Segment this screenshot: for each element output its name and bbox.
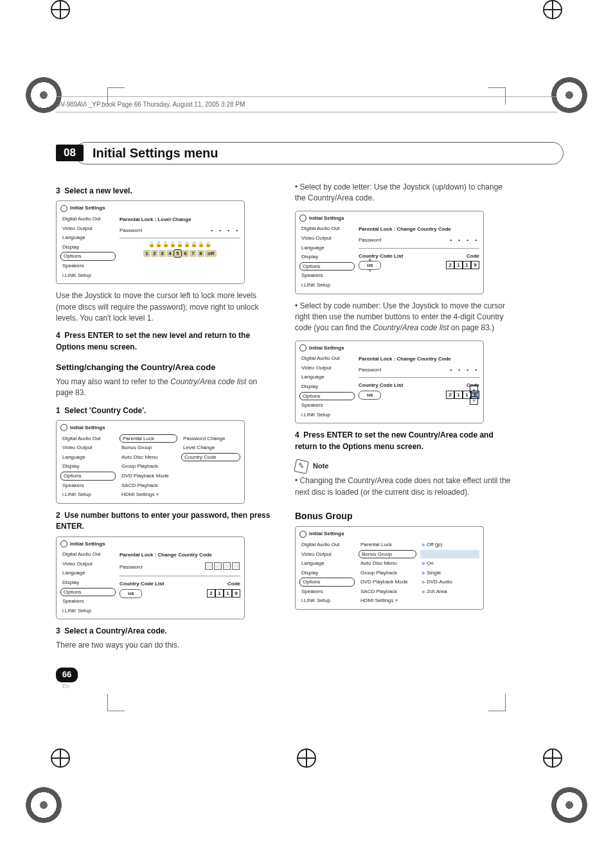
crop-mark [107,694,125,711]
chapter-title: Initial Settings menu [93,146,557,161]
country-code-value: ▲ us ▼ [359,261,381,270]
up-arrow-icon: ▲ [470,385,478,393]
pencil-icon: ✎ [294,459,309,474]
down-arrow-icon: ▼ [368,267,373,275]
note-heading: ✎ Note [295,460,513,473]
step-3: 3 Select a new level. [56,186,274,197]
bullet: • Select by code number: Use the Joystic… [295,301,513,334]
crosshair-icon [51,0,70,19]
step-2: 2 Use number buttons to enter your passw… [56,510,274,533]
disc-icon [299,215,306,222]
page-number: 66 [56,668,78,682]
menu-cc-password: Initial Settings Digital Audio Out Video… [56,536,245,620]
chapter-number: 08 [56,145,84,161]
country-code-value: us [120,589,142,598]
crosshair-icon [543,0,562,19]
page-language: En [62,682,274,691]
crosshair-icon [51,748,70,768]
disc-icon [299,531,306,538]
menu-level-change: Initial Settings Digital Audio Out Video… [56,200,245,284]
left-column: 3 Select a new level. Initial Settings D… [56,179,274,691]
step-4: 4 Press ENTER to set the new level and r… [56,330,274,353]
password-input-boxes [204,562,240,572]
up-arrow-icon: ▲ [368,256,373,263]
paragraph: Use the Joystick to move the cursor left… [56,290,274,324]
crosshair-icon [297,748,316,768]
crop-mark [488,694,506,711]
menu-cc-letter: Initial Settings Digital Audio Out Video… [295,211,484,294]
down-arrow-icon: ▾ [395,598,398,603]
note-text: • Changing the Country/Area code does no… [295,475,513,498]
password-dots: • • • • [211,227,240,235]
menu-cc-number: Initial Settings Digital Audio Out Video… [295,341,484,424]
down-arrow-icon: ▼ [470,396,478,405]
chapter-header: 08 Initial Settings menu [56,145,557,161]
step-3b: 3 Select a Country/Area code. [56,626,274,637]
crosshair-icon [543,748,562,768]
section-heading: Setting/changing the Country/Area code [56,362,274,374]
disc-icon [60,205,67,212]
disc-icon [60,540,67,547]
right-column: • Select by code letter: Use the Joystic… [295,179,513,691]
down-arrow-icon: ▾ [156,492,159,497]
menu-bonus-group: Initial Settings Digital Audio Out Video… [295,526,484,610]
bullet: • Select by code letter: Use the Joystic… [295,182,513,204]
disc-icon [299,344,306,351]
section-heading: Bonus Group [295,509,513,522]
paragraph: You may also want to refer to the Countr… [56,376,274,399]
disc-icon [60,424,67,431]
paragraph: There are two ways you can do this. [56,640,274,651]
step-4: 4 Press ENTER to set the new Country/Are… [295,430,513,452]
menu-country-code-select: Initial Settings Digital Audio Out Video… [56,420,245,504]
code-digits: 2119 [207,589,240,598]
step-1: 1 Select 'Country Code'. [56,405,274,416]
print-header: DV-989AVi _YP.book Page 66 Thursday, Aug… [56,96,557,112]
